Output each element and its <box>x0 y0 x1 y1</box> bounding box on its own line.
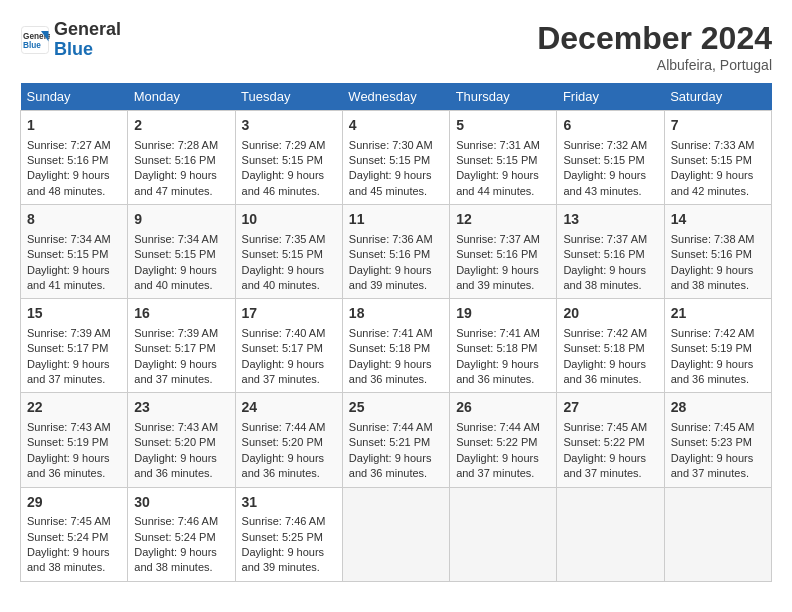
calendar-week-row: 29Sunrise: 7:45 AMSunset: 5:24 PMDayligh… <box>21 487 772 581</box>
calendar-cell: 15Sunrise: 7:39 AMSunset: 5:17 PMDayligh… <box>21 299 128 393</box>
day-number: 16 <box>134 304 228 324</box>
calendar-cell: 6Sunrise: 7:32 AMSunset: 5:15 PMDaylight… <box>557 111 664 205</box>
day-number: 12 <box>456 210 550 230</box>
day-number: 27 <box>563 398 657 418</box>
day-number: 17 <box>242 304 336 324</box>
day-number: 26 <box>456 398 550 418</box>
calendar-cell: 30Sunrise: 7:46 AMSunset: 5:24 PMDayligh… <box>128 487 235 581</box>
calendar-cell: 31Sunrise: 7:46 AMSunset: 5:25 PMDayligh… <box>235 487 342 581</box>
day-number: 21 <box>671 304 765 324</box>
calendar-cell: 18Sunrise: 7:41 AMSunset: 5:18 PMDayligh… <box>342 299 449 393</box>
page-header: General Blue GeneralBlue December 2024 A… <box>20 20 772 73</box>
calendar-cell: 1Sunrise: 7:27 AMSunset: 5:16 PMDaylight… <box>21 111 128 205</box>
day-number: 25 <box>349 398 443 418</box>
day-number: 23 <box>134 398 228 418</box>
calendar-cell: 28Sunrise: 7:45 AMSunset: 5:23 PMDayligh… <box>664 393 771 487</box>
day-number: 8 <box>27 210 121 230</box>
calendar-cell <box>664 487 771 581</box>
day-number: 13 <box>563 210 657 230</box>
col-monday: Monday <box>128 83 235 111</box>
calendar-cell: 5Sunrise: 7:31 AMSunset: 5:15 PMDaylight… <box>450 111 557 205</box>
location: Albufeira, Portugal <box>537 57 772 73</box>
day-number: 28 <box>671 398 765 418</box>
logo: General Blue GeneralBlue <box>20 20 121 60</box>
calendar-cell: 20Sunrise: 7:42 AMSunset: 5:18 PMDayligh… <box>557 299 664 393</box>
day-number: 29 <box>27 493 121 513</box>
calendar-cell: 4Sunrise: 7:30 AMSunset: 5:15 PMDaylight… <box>342 111 449 205</box>
col-friday: Friday <box>557 83 664 111</box>
col-saturday: Saturday <box>664 83 771 111</box>
title-block: December 2024 Albufeira, Portugal <box>537 20 772 73</box>
day-number: 11 <box>349 210 443 230</box>
day-number: 19 <box>456 304 550 324</box>
calendar-cell: 19Sunrise: 7:41 AMSunset: 5:18 PMDayligh… <box>450 299 557 393</box>
day-number: 30 <box>134 493 228 513</box>
calendar-week-row: 8Sunrise: 7:34 AMSunset: 5:15 PMDaylight… <box>21 205 772 299</box>
day-number: 3 <box>242 116 336 136</box>
day-number: 9 <box>134 210 228 230</box>
calendar-cell: 27Sunrise: 7:45 AMSunset: 5:22 PMDayligh… <box>557 393 664 487</box>
calendar-cell: 17Sunrise: 7:40 AMSunset: 5:17 PMDayligh… <box>235 299 342 393</box>
day-number: 1 <box>27 116 121 136</box>
calendar-cell: 3Sunrise: 7:29 AMSunset: 5:15 PMDaylight… <box>235 111 342 205</box>
calendar-cell: 9Sunrise: 7:34 AMSunset: 5:15 PMDaylight… <box>128 205 235 299</box>
calendar-cell: 24Sunrise: 7:44 AMSunset: 5:20 PMDayligh… <box>235 393 342 487</box>
col-wednesday: Wednesday <box>342 83 449 111</box>
col-tuesday: Tuesday <box>235 83 342 111</box>
calendar-cell: 26Sunrise: 7:44 AMSunset: 5:22 PMDayligh… <box>450 393 557 487</box>
day-number: 15 <box>27 304 121 324</box>
day-number: 6 <box>563 116 657 136</box>
day-number: 5 <box>456 116 550 136</box>
calendar-cell: 14Sunrise: 7:38 AMSunset: 5:16 PMDayligh… <box>664 205 771 299</box>
col-thursday: Thursday <box>450 83 557 111</box>
day-number: 4 <box>349 116 443 136</box>
calendar-cell: 23Sunrise: 7:43 AMSunset: 5:20 PMDayligh… <box>128 393 235 487</box>
calendar-cell: 13Sunrise: 7:37 AMSunset: 5:16 PMDayligh… <box>557 205 664 299</box>
col-sunday: Sunday <box>21 83 128 111</box>
day-number: 14 <box>671 210 765 230</box>
calendar-table: Sunday Monday Tuesday Wednesday Thursday… <box>20 83 772 582</box>
calendar-cell: 25Sunrise: 7:44 AMSunset: 5:21 PMDayligh… <box>342 393 449 487</box>
svg-text:Blue: Blue <box>23 40 41 49</box>
calendar-cell: 11Sunrise: 7:36 AMSunset: 5:16 PMDayligh… <box>342 205 449 299</box>
calendar-cell: 16Sunrise: 7:39 AMSunset: 5:17 PMDayligh… <box>128 299 235 393</box>
calendar-cell: 29Sunrise: 7:45 AMSunset: 5:24 PMDayligh… <box>21 487 128 581</box>
calendar-cell: 8Sunrise: 7:34 AMSunset: 5:15 PMDaylight… <box>21 205 128 299</box>
day-number: 24 <box>242 398 336 418</box>
header-row: Sunday Monday Tuesday Wednesday Thursday… <box>21 83 772 111</box>
calendar-cell <box>557 487 664 581</box>
calendar-cell <box>342 487 449 581</box>
day-number: 31 <box>242 493 336 513</box>
calendar-cell: 2Sunrise: 7:28 AMSunset: 5:16 PMDaylight… <box>128 111 235 205</box>
logo-icon: General Blue <box>20 25 50 55</box>
calendar-cell: 21Sunrise: 7:42 AMSunset: 5:19 PMDayligh… <box>664 299 771 393</box>
calendar-week-row: 22Sunrise: 7:43 AMSunset: 5:19 PMDayligh… <box>21 393 772 487</box>
day-number: 22 <box>27 398 121 418</box>
logo-text: GeneralBlue <box>54 20 121 60</box>
calendar-week-row: 15Sunrise: 7:39 AMSunset: 5:17 PMDayligh… <box>21 299 772 393</box>
calendar-week-row: 1Sunrise: 7:27 AMSunset: 5:16 PMDaylight… <box>21 111 772 205</box>
month-title: December 2024 <box>537 20 772 57</box>
day-number: 10 <box>242 210 336 230</box>
calendar-cell <box>450 487 557 581</box>
calendar-cell: 7Sunrise: 7:33 AMSunset: 5:15 PMDaylight… <box>664 111 771 205</box>
day-number: 18 <box>349 304 443 324</box>
day-number: 2 <box>134 116 228 136</box>
day-number: 20 <box>563 304 657 324</box>
calendar-cell: 22Sunrise: 7:43 AMSunset: 5:19 PMDayligh… <box>21 393 128 487</box>
day-number: 7 <box>671 116 765 136</box>
calendar-cell: 10Sunrise: 7:35 AMSunset: 5:15 PMDayligh… <box>235 205 342 299</box>
calendar-cell: 12Sunrise: 7:37 AMSunset: 5:16 PMDayligh… <box>450 205 557 299</box>
